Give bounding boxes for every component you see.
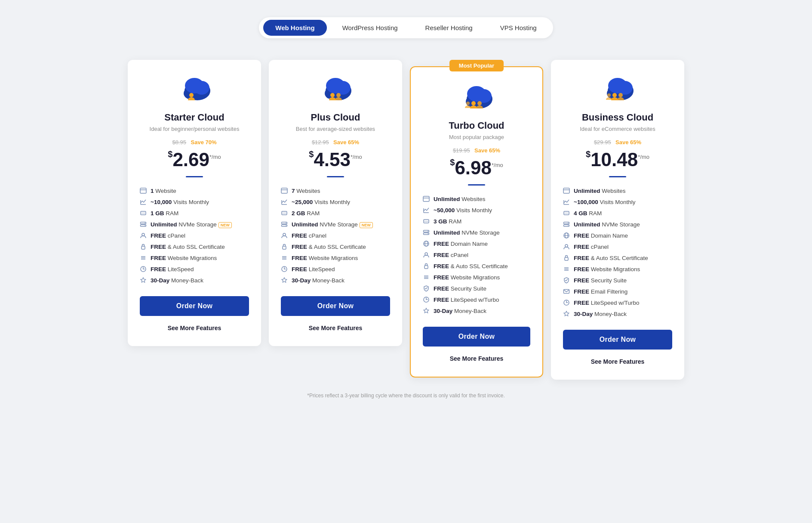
order-button-business[interactable]: Order Now: [563, 330, 672, 350]
feature-item: FREE Website Migrations: [281, 252, 390, 263]
feature-item: FREE LiteSpeed: [281, 263, 390, 275]
svg-point-16: [145, 226, 145, 226]
ssl-icon: [423, 263, 430, 269]
svg-rect-98: [565, 257, 568, 260]
svg-point-3: [185, 78, 204, 93]
plan-card-starter: Starter CloudIdeal for beginner/personal…: [128, 60, 261, 346]
hosting-tabs: Web Hosting WordPress Hosting Reseller H…: [259, 17, 553, 60]
feature-item: FREE Security Suite: [563, 275, 672, 286]
price-dollar-plus: $: [309, 149, 314, 159]
feature-text: FREE & Auto SSL Certificate: [151, 244, 225, 250]
feature-text: 7 Websites: [292, 188, 320, 194]
cpanel-icon: [140, 232, 147, 239]
feature-bold: 2 GB: [292, 210, 305, 217]
order-button-plus[interactable]: Order Now: [281, 296, 390, 316]
feature-bold: Unlimited: [151, 221, 177, 228]
feature-item: FREE Website Migrations: [140, 252, 249, 263]
feature-bold: FREE: [434, 263, 449, 269]
feature-text: FREE LiteSpeed: [151, 266, 194, 272]
feature-bold: 30-Day: [292, 277, 311, 284]
feature-text: FREE & Auto SSL Certificate: [434, 263, 508, 269]
feature-text: 30-Day Money-Back: [151, 277, 203, 284]
feature-item: FREE LiteSpeed: [140, 263, 249, 275]
original-price-starter: $8.95: [172, 139, 187, 145]
tab-reseller-hosting[interactable]: Reseller Hosting: [413, 20, 485, 36]
feature-item: 1 GB RAM: [140, 207, 249, 219]
ssl-icon: [563, 254, 570, 261]
plan-desc-starter: Ideal for beginner/personal websites: [150, 126, 240, 132]
feature-text: FREE Website Migrations: [151, 255, 217, 261]
cpanel-icon: [563, 243, 570, 250]
tab-vps-hosting[interactable]: VPS Hosting: [488, 20, 549, 36]
see-more-turbo[interactable]: See More Features: [450, 353, 504, 364]
feature-item: Unlimited NVMe StorageNEW: [140, 219, 249, 230]
domain-icon: [563, 232, 570, 239]
feature-bold: FREE: [151, 266, 166, 272]
footer-note: *Prices reflect a 3-year billing cycle w…: [307, 393, 505, 399]
tab-wordpress-hosting[interactable]: WordPress Hosting: [330, 20, 410, 36]
feature-bold: FREE: [292, 244, 307, 250]
svg-point-69: [425, 253, 428, 255]
feature-item: FREE & Auto SSL Certificate: [563, 252, 672, 263]
svg-rect-70: [424, 266, 428, 269]
tabs-container: Web Hosting WordPress Hosting Reseller H…: [259, 17, 553, 38]
plan-icon-starter: [175, 73, 214, 105]
svg-point-39: [286, 223, 286, 224]
price-display-plus: $ 4.53 */mo: [309, 149, 362, 170]
features-list-starter: 1 Website~10,000 Visits Monthly1 GB RAMU…: [140, 185, 249, 286]
feature-item: 4 GB RAM: [563, 207, 672, 219]
order-button-turbo[interactable]: Order Now: [423, 327, 530, 347]
svg-point-15: [145, 223, 145, 224]
ram-icon: [423, 218, 430, 225]
website-icon: [563, 187, 570, 194]
website-icon: [140, 187, 147, 194]
order-button-starter[interactable]: Order Now: [140, 296, 249, 316]
svg-point-27: [330, 93, 335, 97]
feature-item: FREE cPanel: [563, 241, 672, 252]
ssl-icon: [281, 243, 288, 250]
price-dollar-turbo: $: [450, 158, 455, 167]
original-price-business: $29.95: [594, 139, 611, 145]
see-more-plus[interactable]: See More Features: [309, 323, 363, 333]
feature-item: ~10,000 Visits Monthly: [140, 196, 249, 207]
feature-text: FREE Domain Name: [434, 241, 488, 247]
tab-web-hosting[interactable]: Web Hosting: [263, 20, 326, 36]
visits-icon: [563, 198, 570, 205]
plan-card-turbo: Turbo CloudMost popular package $19.95 S…: [410, 66, 543, 378]
svg-point-93: [568, 226, 569, 226]
svg-rect-29: [281, 188, 287, 193]
feature-text: Unlimited Websites: [434, 196, 486, 202]
feature-bold: 30-Day: [151, 277, 169, 284]
feature-text: Unlimited Websites: [574, 188, 626, 194]
feature-text: Unlimited NVMe StorageNEW: [292, 221, 373, 228]
feature-text: 1 GB RAM: [151, 210, 178, 217]
migration-icon: [281, 254, 288, 261]
feature-item: 3 GB RAM: [423, 216, 530, 227]
plan-desc-plus: Best for average-sized websites: [296, 126, 375, 132]
save-label-turbo: Save 65%: [474, 147, 500, 154]
price-divider-turbo: [468, 184, 485, 186]
see-more-business[interactable]: See More Features: [591, 356, 645, 367]
feature-item: FREE Email Filtering: [563, 286, 672, 297]
ram-icon: [563, 210, 570, 217]
save-label-starter: Save 70%: [191, 139, 217, 145]
feature-bold: ~25,000: [292, 199, 313, 205]
feature-text: Unlimited NVMe Storage: [434, 229, 500, 236]
feature-item: Unlimited NVMe Storage: [423, 227, 530, 238]
litespeed-icon: [281, 266, 288, 272]
price-amount-plus: 4.53: [314, 149, 351, 170]
original-price-plus: $12.95: [312, 139, 329, 145]
plan-desc-business: Ideal for eCommerce websites: [580, 126, 655, 132]
feature-bold: FREE: [574, 266, 589, 272]
storage-icon: [281, 221, 288, 228]
feature-text: FREE cPanel: [574, 244, 609, 250]
svg-rect-54: [423, 196, 429, 201]
feature-text: 1 Website: [151, 188, 176, 194]
price-dollar-starter: $: [168, 149, 172, 159]
see-more-starter[interactable]: See More Features: [168, 323, 221, 333]
feature-bold: FREE: [434, 274, 449, 281]
pricing-original-plus: $12.95 Save 65%: [312, 138, 359, 146]
feature-item: 2 GB RAM: [281, 207, 390, 219]
feature-item: 30-Day Money-Back: [423, 305, 530, 316]
plan-wrapper-business: Business CloudIdeal for eCommerce websit…: [551, 60, 684, 380]
